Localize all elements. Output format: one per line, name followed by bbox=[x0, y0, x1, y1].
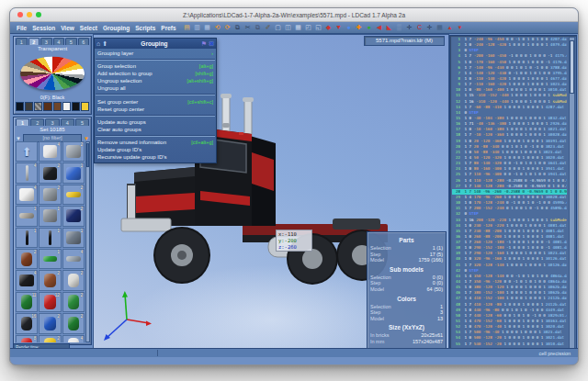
menu-item[interactable]: Session bbox=[29, 25, 58, 31]
toolbar-icon[interactable]: ⧉ bbox=[254, 23, 263, 32]
menu-item[interactable]: Prefs bbox=[158, 25, 178, 31]
parts-bin-item[interactable]: 16 bbox=[16, 313, 38, 333]
menu-item[interactable]: View bbox=[58, 25, 77, 31]
grouping-menu-item[interactable] bbox=[96, 94, 215, 95]
menu-item[interactable]: Scripts bbox=[132, 25, 158, 31]
toolbar-icon[interactable]: ✂ bbox=[243, 23, 253, 32]
grouping-menu-item[interactable]: Remove unused information [ctl+alt+g] bbox=[95, 139, 216, 146]
parts-scrollbar[interactable] bbox=[85, 141, 90, 342]
parts-bin-item[interactable]: 1 bbox=[39, 228, 61, 248]
parts-bin-item[interactable] bbox=[16, 141, 38, 162]
parts-bin-item[interactable]: 4 bbox=[16, 162, 38, 183]
close-icon[interactable]: ✖ bbox=[209, 39, 214, 49]
parts-bin-item[interactable]: 1 bbox=[16, 206, 38, 226]
parts-bin-item[interactable]: 4 bbox=[62, 249, 85, 269]
toolbar-icon[interactable]: ● bbox=[365, 23, 374, 32]
parts-bin-item[interactable]: 2 bbox=[39, 185, 61, 205]
parts-bin-item[interactable]: 2 bbox=[39, 313, 61, 333]
parts-bin-item[interactable]: 2 bbox=[62, 141, 85, 162]
parts-bin-item[interactable]: 2 bbox=[39, 270, 61, 290]
grouping-menu-item[interactable]: Recursive update group ID's bbox=[95, 153, 216, 161]
grouping-menu-item[interactable]: Clear auto groups bbox=[95, 126, 216, 133]
toolbar-icon[interactable]: ▦ bbox=[435, 23, 445, 32]
color-swatch[interactable] bbox=[16, 102, 24, 111]
parts-bin-item[interactable]: 2 bbox=[62, 185, 85, 205]
color-bin-tab[interactable]: 5 bbox=[65, 38, 77, 45]
toolbar-icon[interactable]: ◣ bbox=[385, 23, 394, 32]
toolbar-icon[interactable]: ▴ bbox=[446, 23, 455, 32]
color-bin-tab[interactable]: 2 bbox=[28, 38, 40, 45]
parts-bin-item[interactable]: 2 bbox=[16, 249, 38, 269]
toolbar-icon[interactable]: ◀ bbox=[375, 23, 384, 32]
toolbar-icon[interactable]: ▥ bbox=[193, 23, 202, 32]
color-bin-tab[interactable]: 6 bbox=[78, 38, 90, 45]
toolbar-icon[interactable]: ▢ bbox=[274, 23, 283, 32]
home-icon[interactable]: ⌂ bbox=[96, 39, 100, 49]
color-swatch[interactable] bbox=[25, 102, 33, 111]
toolbar-icon[interactable]: ● bbox=[345, 23, 354, 32]
color-swatch[interactable] bbox=[53, 102, 62, 111]
toolbar-icon[interactable]: ▤ bbox=[183, 23, 192, 32]
toolbar-icon[interactable]: ▾ bbox=[456, 23, 465, 32]
grouping-menu-item[interactable] bbox=[96, 135, 215, 137]
menu-item[interactable]: Grouping bbox=[100, 25, 132, 31]
grouping-menu-item[interactable]: Ungroup selection [alt+shift+g] bbox=[95, 77, 216, 84]
color-swatch[interactable] bbox=[62, 102, 71, 111]
parts-bin-item[interactable]: 4 bbox=[16, 185, 38, 205]
parts-bin-item[interactable]: 11 bbox=[16, 292, 38, 312]
color-swatch[interactable] bbox=[72, 102, 80, 111]
toolbar-icon[interactable]: ⟳ bbox=[223, 23, 232, 32]
parts-bin-item[interactable]: 2 bbox=[62, 270, 85, 290]
toolbar-icon[interactable]: ▦ bbox=[203, 23, 212, 32]
color-wheel[interactable] bbox=[20, 57, 85, 90]
parts-bin-item[interactable]: 1 bbox=[16, 228, 38, 248]
color-swatch[interactable] bbox=[34, 102, 42, 111]
grouping-menu-item[interactable]: Grouping layer › bbox=[95, 50, 216, 57]
grouping-menu-item[interactable]: Update auto groups bbox=[95, 118, 216, 126]
parts-bin-item[interactable]: 1 bbox=[39, 206, 61, 226]
parts-bin-item[interactable]: 2 bbox=[62, 206, 85, 226]
color-bin-tab[interactable]: 1 bbox=[16, 38, 28, 45]
up-icon[interactable]: ⬆ bbox=[102, 39, 107, 49]
pin-icon[interactable]: ⚑ bbox=[201, 39, 207, 49]
toolbar-icon[interactable]: ▼ bbox=[334, 23, 344, 32]
grouping-menu-item[interactable]: Add selection to group [shift+g] bbox=[95, 70, 216, 77]
toolbar-icon[interactable]: ✛ bbox=[405, 23, 414, 32]
parts-bin-item[interactable]: 8 bbox=[16, 335, 38, 342]
grouping-menu-item[interactable]: Group selection [alt+g] bbox=[95, 62, 216, 70]
grouping-menu-item[interactable]: Set group center [ctl+shift+c] bbox=[95, 97, 216, 105]
menu-item[interactable]: Select bbox=[77, 25, 100, 31]
color-bin-tab[interactable]: 3 bbox=[40, 38, 52, 45]
menu-item[interactable]: File bbox=[14, 25, 29, 31]
parts-bin-item[interactable]: 2 bbox=[39, 335, 61, 342]
parts-bin-item[interactable]: 2 bbox=[62, 313, 85, 333]
parts-bin-item[interactable]: 4 bbox=[62, 335, 85, 342]
parts-bin-item[interactable]: 1 bbox=[62, 228, 85, 248]
viewport-3d[interactable]: 5571.mpd?main.ldr (M) ⌂ ⬆ Grouping ⚑ ✖ G… bbox=[93, 34, 449, 357]
toolbar-icon[interactable]: ◆ bbox=[324, 23, 334, 32]
parts-bin-tab[interactable]: 1 bbox=[16, 118, 29, 126]
toolbar-icon[interactable]: ▦ bbox=[294, 23, 303, 32]
grouping-menu-item[interactable] bbox=[96, 115, 215, 117]
parts-bin-tab[interactable]: 4 bbox=[61, 118, 74, 126]
toolbar-icon[interactable]: ◰ bbox=[304, 23, 313, 32]
parts-bin-tab[interactable]: 3 bbox=[45, 118, 59, 126]
grouping-menu-item[interactable] bbox=[96, 59, 215, 61]
toolbar-icon[interactable]: ⟲ bbox=[213, 23, 222, 32]
grouping-popup-titlebar[interactable]: ⌂ ⬆ Grouping ⚑ ✖ bbox=[95, 39, 216, 49]
parts-bin-tab[interactable]: 5 bbox=[75, 118, 89, 126]
parts-bin-item[interactable]: 4 bbox=[16, 270, 38, 290]
toolbar-icon[interactable]: ◱ bbox=[314, 23, 323, 32]
toolbar-icon[interactable]: ✛ bbox=[425, 23, 435, 32]
color-swatch[interactable] bbox=[43, 102, 51, 111]
grouping-menu-item[interactable]: Ungroup all bbox=[95, 84, 216, 92]
parts-bin-item[interactable]: 1 bbox=[62, 162, 85, 183]
parts-bin-item[interactable]: 4 bbox=[39, 141, 61, 162]
grouping-menu-item[interactable]: Reset group center bbox=[95, 106, 216, 113]
parts-bin-tab[interactable]: 2 bbox=[30, 118, 44, 126]
grouping-menu-item[interactable]: Update group ID's bbox=[95, 146, 216, 153]
toolbar-icon[interactable]: ◫ bbox=[284, 23, 293, 32]
source-scrollbar[interactable] bbox=[569, 37, 575, 353]
toolbar-icon[interactable]: ✚ bbox=[355, 23, 364, 32]
toolbar-icon[interactable]: ▒ bbox=[395, 23, 404, 32]
